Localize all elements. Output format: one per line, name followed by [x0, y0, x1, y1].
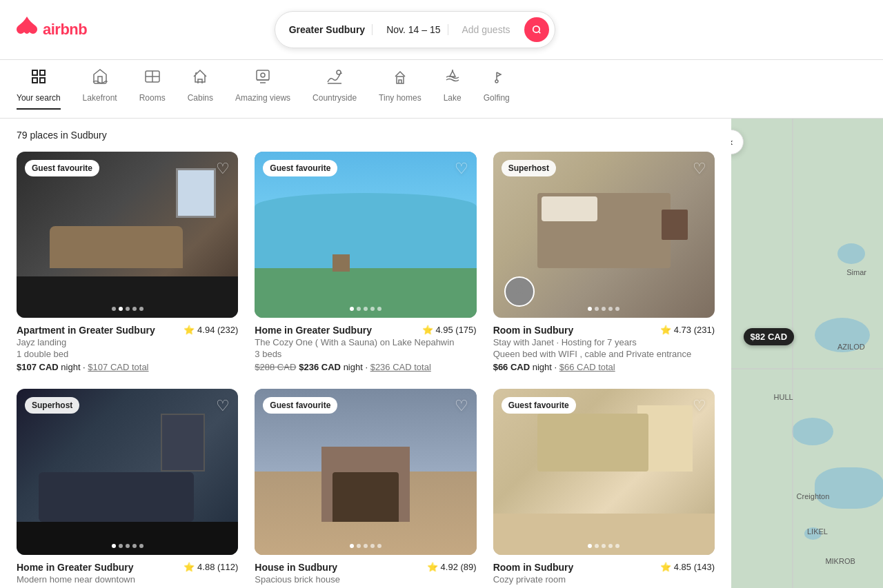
favorite-button[interactable]: ♡ [693, 160, 706, 178]
category-golfing[interactable]: Golfing [484, 68, 510, 110]
header: airbnb Greater Sudbury Nov. 14 – 15 Add … [0, 0, 883, 60]
dot [615, 307, 619, 311]
svg-rect-1 [32, 70, 37, 75]
dot [602, 307, 606, 311]
map-price-pin[interactable]: $82 CAD [744, 328, 794, 345]
dot [139, 307, 143, 311]
card-rating: ⭐ 4.88 (112) [183, 562, 238, 572]
svg-rect-2 [40, 70, 45, 75]
favorite-button[interactable]: ♡ [455, 397, 468, 415]
svg-point-10 [495, 80, 498, 83]
svg-rect-3 [32, 78, 37, 83]
card-image-wrapper: Guest favourite ♡ [17, 152, 238, 318]
category-label: Countryside [312, 93, 357, 103]
listing-card[interactable]: Guest favourite ♡ Apartment in Greater S… [17, 152, 238, 372]
search-guests[interactable]: Add guests [455, 24, 517, 35]
card-badge: Superhost [25, 397, 79, 414]
dot [357, 307, 361, 311]
dot [608, 307, 613, 311]
map-background: HULL Creighton Simar AZILOD MIKROB LIKEL… [731, 119, 883, 588]
category-lakefront[interactable]: Lakefront [83, 68, 117, 110]
category-label: Cabins [188, 93, 213, 103]
listing-card[interactable]: Superhost ♡ Home in Greater Sudbury ⭐ 4.… [17, 389, 238, 588]
dot-active [119, 307, 123, 311]
map-label-azilod: AZILOD [837, 343, 865, 351]
category-cabins[interactable]: Cabins [188, 68, 213, 110]
card-rating: ⭐ 4.95 (175) [422, 325, 477, 335]
category-nav: Your search Lakefront Rooms [0, 60, 883, 119]
dot [370, 544, 375, 548]
dot-active [350, 307, 354, 311]
search-bar[interactable]: Greater Sudbury Nov. 14 – 15 Add guests [275, 11, 555, 48]
card-info: Home in Greater Sudbury ⭐ 4.88 (112) Mod… [17, 555, 238, 588]
listing-card[interactable]: Guest favourite ♡ House in Sudbury ⭐ 4.9… [255, 389, 476, 588]
category-label: Your search [17, 93, 61, 103]
dot [132, 307, 137, 311]
dot [126, 307, 130, 311]
category-countryside[interactable]: Countryside [312, 68, 357, 110]
svg-rect-4 [40, 78, 45, 83]
dot [126, 544, 130, 548]
card-info: Apartment in Greater Sudbury ⭐ 4.94 (232… [17, 318, 238, 372]
map-panel: ‹ HULL Creighton Simar AZILOD MIKROB LIK… [731, 119, 883, 588]
listings-panel: 79 places in Sudbury Guest favourite ♡ [0, 119, 731, 588]
listing-card[interactable]: Superhost ♡ [493, 152, 715, 372]
category-label: Tiny homes [379, 93, 421, 103]
card-title: House in Sudbury [255, 562, 337, 573]
favorite-button[interactable]: ♡ [216, 160, 230, 178]
chevron-left-icon: ‹ [731, 136, 733, 148]
card-image-wrapper: Superhost ♡ [17, 389, 238, 555]
card-price: $66 CAD night · $66 CAD total [493, 362, 715, 372]
your-search-icon [30, 68, 47, 89]
logo-text: airbnb [43, 21, 87, 39]
dot [595, 544, 599, 548]
card-info: Room in Sudbury ⭐ 4.73 (231) Stay with J… [493, 318, 715, 372]
card-badge: Guest favourite [263, 160, 337, 176]
favorite-button[interactable]: ♡ [216, 397, 230, 415]
card-dots [112, 544, 143, 548]
favorite-button[interactable]: ♡ [455, 160, 468, 178]
category-rooms[interactable]: Rooms [139, 68, 166, 110]
card-title: Room in Sudbury [493, 325, 574, 336]
card-subtitle1: Stay with Janet · Hosting for 7 years [493, 337, 715, 347]
dot [357, 544, 361, 548]
card-badge: Guest favourite [502, 397, 576, 414]
favorite-button[interactable]: ♡ [693, 397, 706, 415]
dot-active [350, 544, 354, 548]
card-title: Apartment in Greater Sudbury [17, 325, 155, 336]
listings-grid: Guest favourite ♡ Apartment in Greater S… [17, 152, 715, 588]
search-location[interactable]: Greater Sudbury [289, 24, 373, 35]
listing-card[interactable]: Guest favourite ♡ Room in Sudbury ⭐ 4.85… [493, 389, 715, 588]
search-button[interactable] [524, 17, 549, 42]
category-your-search[interactable]: Your search [17, 68, 61, 110]
dot [364, 544, 368, 548]
card-title: Home in Greater Sudbury [255, 325, 372, 336]
results-count: 79 places in Sudbury [17, 130, 715, 141]
card-image-wrapper: Guest favourite ♡ [255, 152, 476, 318]
dot [364, 307, 368, 311]
svg-rect-6 [257, 70, 269, 80]
category-amazing-views[interactable]: Amazing views [235, 68, 290, 110]
host-avatar [504, 276, 535, 307]
golfing-icon [488, 68, 505, 89]
listing-card[interactable]: Guest favourite ♡ Home in Greater Sudbur… [255, 152, 476, 372]
card-price: $288 CAD$236 CAD night · $236 CAD total [255, 362, 476, 372]
card-image-wrapper: Superhost ♡ [493, 152, 715, 318]
map-label-mikrob: MIKROB [825, 557, 855, 565]
tiny-homes-icon [392, 68, 408, 89]
category-tiny-homes[interactable]: Tiny homes [379, 68, 421, 110]
dot [139, 544, 143, 548]
cabins-icon [192, 68, 208, 89]
search-dates[interactable]: Nov. 14 – 15 [379, 24, 448, 35]
dot [608, 544, 613, 548]
dot [602, 544, 606, 548]
dot-active [112, 544, 116, 548]
card-subtitle2: 3 beds [255, 349, 476, 359]
card-rating: ⭐ 4.73 (231) [660, 325, 715, 335]
map-label-simar: Simar [846, 268, 866, 276]
logo[interactable]: airbnb [17, 17, 87, 43]
card-subtitle1: Cozy private room [493, 574, 715, 585]
dot [377, 544, 381, 548]
card-price: $107 CAD night · $107 CAD total [17, 362, 238, 372]
category-lake[interactable]: Lake [444, 68, 462, 110]
